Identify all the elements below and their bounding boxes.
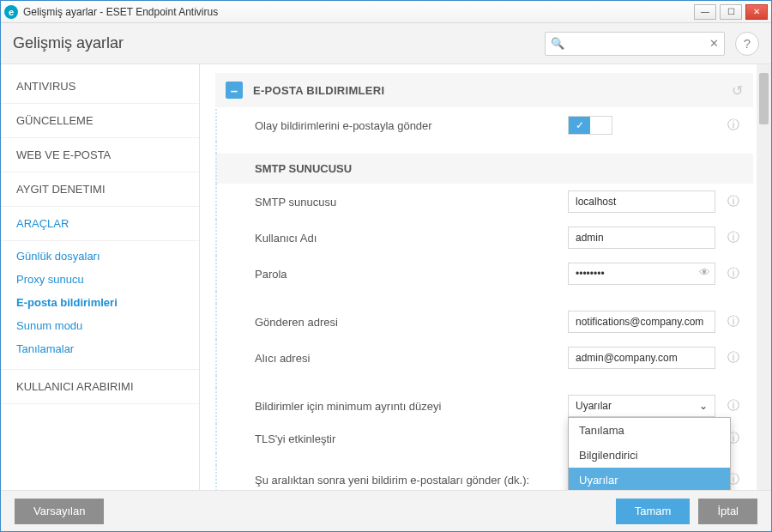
to-address-input[interactable] [568,347,715,369]
sidebar-sub-presentation[interactable]: Sunum modu [1,314,199,337]
smtp-server-label: SMTP sunucusu [255,196,568,209]
spacer [215,292,753,304]
verbosity-dropdown[interactable]: Uyarılar ⌄ Tanılama Bilgilendirici Uyarı… [568,395,715,417]
content-pane: – E-POSTA BILDIRIMLERI ↺ Olay bildirimle… [200,64,757,490]
row-to-address: Alıcı adresi ⓘ [215,340,753,376]
section-title: E-POSTA BILDIRIMLERI [253,84,732,97]
check-icon: ✓ [569,117,590,134]
row-verbosity: Bildirimler için minimum ayrıntı düzeyi … [215,388,753,424]
vertical-scrollbar[interactable] [757,64,771,490]
search-icon: 🔍 [551,37,564,50]
smtp-subheader: SMTP SUNUCUSU [215,154,753,184]
maximize-button[interactable]: ☐ [720,4,742,20]
close-button[interactable]: ✕ [745,4,768,20]
minimize-button[interactable]: — [694,4,716,20]
row-from-address: Gönderen adresi ⓘ [215,304,753,340]
send-notifications-label: Olay bildirimlerini e-postayla gönder [255,119,568,132]
tls-label: TLS'yi etkinleştir [255,432,568,445]
info-icon[interactable]: ⓘ [724,398,743,414]
verbosity-selected: Uyarılar [576,400,612,412]
search-input[interactable] [568,38,709,50]
sidebar: ANTIVIRUS GÜNCELLEME WEB VE E-POSTA AYGI… [1,64,200,490]
footer: Varsayılan Tamam İptal [1,490,771,531]
help-button[interactable]: ? [735,32,759,56]
revert-icon[interactable]: ↺ [732,82,743,99]
chevron-down-icon: ⌄ [699,400,708,412]
verbosity-option-informative[interactable]: Bilgilendirici [569,443,730,468]
row-password: Parola 👁 ⓘ [215,256,753,292]
cancel-button[interactable]: İptal [698,499,757,524]
titlebar: e Gelişmiş ayarlar - ESET Endpoint Antiv… [1,1,771,23]
info-icon[interactable]: ⓘ [724,118,743,133]
interval-label: Şu aralıktan sonra yeni bildirim e-posta… [255,474,568,487]
sidebar-item-antivirus[interactable]: ANTIVIRUS [1,70,199,104]
clear-search-icon[interactable]: ✕ [709,37,719,50]
window-controls: — ☐ ✕ [694,4,768,20]
sidebar-sub-proxy[interactable]: Proxy sunucu [1,268,199,291]
info-icon[interactable]: ⓘ [724,314,743,329]
sidebar-item-ui[interactable]: KULLANICI ARABIRIMI [1,370,199,404]
content-wrap: – E-POSTA BILDIRIMLERI ↺ Olay bildirimle… [200,64,771,490]
spacer [215,376,753,388]
window-title: Gelişmiş ayarlar - ESET Endpoint Antivir… [23,6,694,18]
verbosity-dropdown-list: Tanılama Bilgilendirici Uyarılar Hatalar… [568,417,731,490]
spacer [215,142,753,154]
to-address-label: Alıcı adresi [255,352,568,365]
send-notifications-toggle[interactable]: ✓ [568,116,612,135]
sidebar-sub-diagnostics[interactable]: Tanılamalar [1,337,199,360]
sidebar-item-web-email[interactable]: WEB VE E-POSTA [1,138,199,172]
scrollbar-thumb[interactable] [759,73,769,124]
app-window: e Gelişmiş ayarlar - ESET Endpoint Antiv… [0,0,772,532]
verbosity-label: Bildirimler için minimum ayrıntı düzeyi [255,400,568,413]
body: ANTIVIRUS GÜNCELLEME WEB VE E-POSTA AYGI… [1,64,771,490]
row-smtp-server: SMTP sunucusu ⓘ [215,184,753,220]
password-input[interactable] [568,263,715,285]
defaults-button[interactable]: Varsayılan [15,499,104,524]
app-logo-icon: e [4,5,18,19]
reveal-password-icon[interactable]: 👁 [699,266,710,279]
verbosity-option-warnings[interactable]: Uyarılar [569,468,730,490]
sidebar-item-update[interactable]: GÜNCELLEME [1,104,199,138]
sidebar-subgroup-tools: Günlük dosyaları Proxy sunucu E-posta bi… [1,241,199,370]
info-icon[interactable]: ⓘ [724,230,743,245]
collapse-toggle-icon[interactable]: – [226,82,243,99]
section-header-email: – E-POSTA BILDIRIMLERI ↺ [215,73,753,107]
from-address-label: Gönderen adresi [255,316,568,329]
username-input[interactable] [568,227,715,249]
info-icon[interactable]: ⓘ [724,266,743,281]
row-username: Kullanıcı Adı ⓘ [215,220,753,256]
from-address-input[interactable] [568,311,715,333]
sidebar-sub-logfiles[interactable]: Günlük dosyaları [1,245,199,268]
sidebar-item-device-control[interactable]: AYGIT DENETIMI [1,172,199,207]
sidebar-item-tools[interactable]: ARAÇLAR [1,207,199,241]
smtp-server-input[interactable] [568,190,715,213]
verbosity-option-diagnostic[interactable]: Tanılama [569,418,730,443]
row-send-notifications: Olay bildirimlerini e-postayla gönder ✓ … [215,109,753,142]
password-label: Parola [255,268,568,281]
info-icon[interactable]: ⓘ [724,194,743,209]
page-header: Gelişmiş ayarlar 🔍 ✕ ? [1,23,771,64]
username-label: Kullanıcı Adı [255,232,568,245]
page-title: Gelişmiş ayarlar [13,34,534,52]
search-box[interactable]: 🔍 ✕ [545,32,725,56]
ok-button[interactable]: Tamam [616,499,691,524]
sidebar-sub-email-notifications[interactable]: E-posta bildirimleri [1,291,199,314]
info-icon[interactable]: ⓘ [724,350,743,366]
